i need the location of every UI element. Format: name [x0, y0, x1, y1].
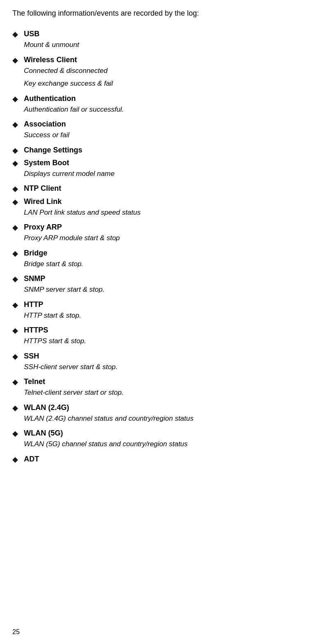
diamond-icon: ◆	[12, 29, 18, 40]
item-subtitle-usb-0: Mount & unmount	[24, 40, 79, 50]
diamond-icon: ◆	[12, 454, 18, 465]
diamond-icon: ◆	[12, 326, 18, 336]
item-content-wireless-client: Wireless ClientConnected & disconnectedK…	[24, 54, 113, 91]
item-content-usb: USBMount & unmount	[24, 28, 79, 53]
list-item-telnet: ◆TelnetTelnet-client server start or sto…	[12, 376, 312, 400]
item-subtitle-proxy-arp-0: Proxy ARP module start & stop	[24, 233, 120, 244]
item-content-proxy-arp: Proxy ARPProxy ARP module start & stop	[24, 222, 120, 246]
intro-text: The following information/events are rec…	[12, 8, 312, 19]
item-title-http: HTTP	[24, 299, 81, 310]
item-title-change-settings: Change Settings	[24, 145, 82, 156]
item-content-http: HTTPHTTP start & stop.	[24, 299, 81, 323]
item-content-ntp-client: NTP Client	[24, 183, 61, 194]
item-subtitle-wireless-client-1: Key exchange success & fail	[24, 78, 113, 89]
item-title-ntp-client: NTP Client	[24, 183, 61, 194]
diamond-icon: ◆	[12, 119, 18, 130]
item-content-snmp: SNMPSNMP server start & stop.	[24, 273, 105, 297]
item-title-https: HTTPS	[24, 325, 86, 336]
item-title-wlan-5g: WLAN (5G)	[24, 428, 188, 439]
list-item-wireless-client: ◆Wireless ClientConnected & disconnected…	[12, 54, 312, 91]
item-title-wireless-client: Wireless Client	[24, 54, 113, 66]
item-content-https: HTTPSHTTPS start & stop.	[24, 325, 86, 349]
item-subtitle-bridge-0: Bridge start & stop.	[24, 259, 84, 269]
diamond-icon: ◆	[12, 222, 18, 233]
item-title-ssh: SSH	[24, 351, 118, 362]
list-item-ssh: ◆SSHSSH-client server start & stop.	[12, 351, 312, 375]
list-item-association: ◆AssociationSuccess or fail	[12, 119, 312, 143]
page-number: 25	[12, 628, 20, 636]
item-title-authentication: Authentication	[24, 93, 124, 104]
list-item-bridge: ◆BridgeBridge start & stop.	[12, 248, 312, 272]
item-subtitle-system-boot-0: Displays current model name	[24, 169, 114, 179]
list-item-ntp-client: ◆NTP Client	[12, 183, 312, 194]
item-content-wlan-2g: WLAN (2.4G)WLAN (2.4G) channel status an…	[24, 402, 193, 426]
item-content-authentication: AuthenticationAuthentication fail or suc…	[24, 93, 124, 117]
diamond-icon: ◆	[12, 145, 18, 156]
diamond-icon: ◆	[12, 377, 18, 387]
list-item-wlan-5g: ◆WLAN (5G)WLAN (5G) channel status and c…	[12, 428, 312, 452]
item-subtitle-wireless-client-0: Connected & disconnected	[24, 66, 113, 76]
item-title-wired-link: Wired Link	[24, 196, 141, 207]
item-content-association: AssociationSuccess or fail	[24, 119, 70, 143]
list-item-wlan-2g: ◆WLAN (2.4G)WLAN (2.4G) channel status a…	[12, 402, 312, 426]
diamond-icon: ◆	[12, 94, 18, 104]
diamond-icon: ◆	[12, 184, 18, 194]
list-item-snmp: ◆SNMPSNMP server start & stop.	[12, 273, 312, 297]
list-item-https: ◆HTTPSHTTPS start & stop.	[12, 325, 312, 349]
item-content-ssh: SSHSSH-client server start & stop.	[24, 351, 118, 375]
item-subtitle-wlan-5g-0: WLAN (5G) channel status and country/reg…	[24, 439, 188, 450]
item-title-adt: ADT	[24, 454, 39, 465]
diamond-icon: ◆	[12, 274, 18, 284]
item-content-change-settings: Change Settings	[24, 145, 82, 156]
item-content-bridge: BridgeBridge start & stop.	[24, 248, 84, 272]
item-title-snmp: SNMP	[24, 273, 105, 284]
item-content-adt: ADT	[24, 454, 39, 465]
list-item-authentication: ◆AuthenticationAuthentication fail or su…	[12, 93, 312, 117]
diamond-icon: ◆	[12, 300, 18, 310]
item-title-association: Association	[24, 119, 70, 130]
item-title-wlan-2g: WLAN (2.4G)	[24, 402, 193, 413]
item-subtitle-authentication-0: Authentication fail or successful.	[24, 104, 124, 115]
list-item-wired-link: ◆Wired LinkLAN Port link status and spee…	[12, 196, 312, 220]
item-title-telnet: Telnet	[24, 376, 124, 387]
diamond-icon: ◆	[12, 248, 18, 259]
main-list: ◆USBMount & unmount◆Wireless ClientConne…	[12, 28, 312, 465]
item-title-system-boot: System Boot	[24, 157, 114, 169]
diamond-icon: ◆	[12, 55, 18, 66]
item-subtitle-wlan-2g-0: WLAN (2.4G) channel status and country/r…	[24, 413, 193, 424]
item-subtitle-https-0: HTTPS start & stop.	[24, 336, 86, 347]
item-subtitle-wired-link-0: LAN Port link status and speed status	[24, 207, 141, 218]
item-subtitle-http-0: HTTP start & stop.	[24, 310, 81, 321]
item-subtitle-ssh-0: SSH-client server start & stop.	[24, 362, 118, 372]
item-title-usb: USB	[24, 28, 79, 40]
item-subtitle-association-0: Success or fail	[24, 130, 70, 141]
diamond-icon: ◆	[12, 403, 18, 413]
diamond-icon: ◆	[12, 351, 18, 362]
list-item-change-settings: ◆Change Settings	[12, 145, 312, 156]
list-item-http: ◆HTTPHTTP start & stop.	[12, 299, 312, 323]
list-item-adt: ◆ADT	[12, 454, 312, 465]
diamond-icon: ◆	[12, 197, 18, 207]
item-content-system-boot: System BootDisplays current model name	[24, 157, 114, 182]
item-content-wired-link: Wired LinkLAN Port link status and speed…	[24, 196, 141, 220]
item-title-bridge: Bridge	[24, 248, 84, 259]
item-content-wlan-5g: WLAN (5G)WLAN (5G) channel status and co…	[24, 428, 188, 452]
list-item-usb: ◆USBMount & unmount	[12, 28, 312, 53]
item-title-proxy-arp: Proxy ARP	[24, 222, 120, 233]
item-content-telnet: TelnetTelnet-client server start or stop…	[24, 376, 124, 400]
diamond-icon: ◆	[12, 158, 18, 169]
item-subtitle-telnet-0: Telnet-client server start or stop.	[24, 387, 124, 398]
list-item-proxy-arp: ◆Proxy ARPProxy ARP module start & stop	[12, 222, 312, 246]
diamond-icon: ◆	[12, 429, 18, 439]
list-item-system-boot: ◆System BootDisplays current model name	[12, 157, 312, 182]
item-subtitle-snmp-0: SNMP server start & stop.	[24, 284, 105, 295]
